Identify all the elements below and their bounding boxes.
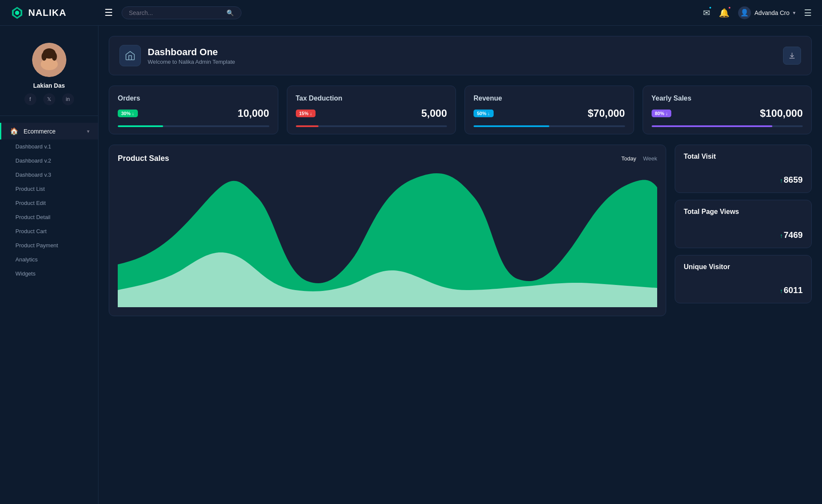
user-menu[interactable]: 👤 Advanda Cro ▾ bbox=[738, 6, 795, 19]
metric-card-2: Unique Visitor ↑6011 bbox=[675, 255, 812, 303]
chart-tabs: Today Week bbox=[621, 154, 657, 163]
metric-arrow: ↑ bbox=[780, 232, 783, 239]
user-profile: Lakian Das f 𝕏 in bbox=[0, 36, 98, 116]
layout: Lakian Das f 𝕏 in 🏠 Ecommerce ▾ Dashboar… bbox=[0, 26, 822, 504]
sidebar: Lakian Das f 𝕏 in 🏠 Ecommerce ▾ Dashboar… bbox=[0, 26, 98, 504]
sidebar-item-label: Ecommerce bbox=[24, 128, 87, 135]
chart-header: Product Sales Today Week bbox=[118, 154, 657, 163]
sidebar-sub-label: Product Edit bbox=[15, 200, 46, 206]
stat-value: $100,000 bbox=[760, 107, 803, 119]
stat-card-1: Tax Deduction 15% ↓ 5,000 bbox=[287, 86, 456, 134]
stat-card-row: 80% ↓ $100,000 bbox=[652, 107, 803, 119]
home-icon: 🏠 bbox=[10, 127, 18, 135]
linkedin-icon[interactable]: in bbox=[62, 93, 74, 105]
menu-lines-icon[interactable]: ☰ bbox=[804, 8, 812, 18]
metric-card-1: Total Page Views ↑7469 bbox=[675, 200, 812, 248]
stat-badge: 80% ↓ bbox=[652, 110, 672, 117]
search-input[interactable] bbox=[129, 9, 223, 16]
sidebar-item-product-payment[interactable]: Product Payment bbox=[0, 238, 98, 252]
mini-bars bbox=[684, 276, 697, 295]
avatar-circle bbox=[32, 43, 66, 77]
avatar: 👤 bbox=[738, 6, 751, 19]
stat-value: 10,000 bbox=[238, 107, 269, 119]
header-text: Dashboard One Welcome to Nalika Admin Te… bbox=[148, 47, 235, 65]
header-title: Dashboard One bbox=[148, 47, 235, 58]
download-button[interactable] bbox=[783, 47, 801, 65]
sidebar-item-dashboard-v3[interactable]: Dashboard v.3 bbox=[0, 168, 98, 182]
stat-card-0: Orders 30% ↓ 10,000 bbox=[109, 86, 278, 134]
nav-section: 🏠 Ecommerce ▾ Dashboard v.1 Dashboard v.… bbox=[0, 116, 98, 288]
metric-card-header: Total Visit bbox=[684, 153, 803, 160]
tab-week[interactable]: Week bbox=[643, 154, 657, 163]
sidebar-item-product-list[interactable]: Product List bbox=[0, 182, 98, 196]
user-name: Advanda Cro bbox=[754, 9, 789, 16]
sidebar-item-dashboard-v2[interactable]: Dashboard v.2 bbox=[0, 154, 98, 168]
chart-svg bbox=[118, 170, 657, 307]
chart-title: Product Sales bbox=[118, 154, 169, 163]
metric-arrow: ↑ bbox=[780, 177, 783, 184]
notification-badge bbox=[728, 6, 731, 9]
sidebar-item-product-cart[interactable]: Product Cart bbox=[0, 224, 98, 238]
nav-right: ✉ 🔔 👤 Advanda Cro ▾ ☰ bbox=[703, 6, 812, 19]
stat-card-3: Yearly Sales 80% ↓ $100,000 bbox=[643, 86, 812, 134]
mini-bars bbox=[684, 166, 697, 185]
chart-card: Product Sales Today Week bbox=[109, 145, 666, 316]
stat-bar-track bbox=[652, 125, 803, 127]
bottom-row: Product Sales Today Week bbox=[109, 145, 812, 316]
chevron-down-icon: ▾ bbox=[793, 10, 795, 16]
hamburger-button[interactable]: ☰ bbox=[104, 7, 113, 18]
stat-card-2: Revenue 50% ↓ $70,000 bbox=[465, 86, 634, 134]
sidebar-user-name: Lakian Das bbox=[9, 82, 89, 89]
sidebar-item-widgets[interactable]: Widgets bbox=[0, 267, 98, 281]
avatar-image bbox=[32, 43, 66, 77]
stat-bar-fill bbox=[474, 125, 549, 127]
stat-badge: 30% ↓ bbox=[118, 110, 138, 117]
chevron-icon: ▾ bbox=[87, 128, 89, 134]
sidebar-item-product-edit[interactable]: Product Edit bbox=[0, 196, 98, 210]
app-name: NALIKA bbox=[28, 7, 66, 18]
metric-value: ↑7469 bbox=[780, 230, 803, 240]
stat-card-title: Orders bbox=[118, 95, 269, 102]
notification-button[interactable]: 🔔 bbox=[719, 8, 730, 18]
search-bar[interactable]: 🔍 bbox=[122, 6, 241, 19]
sidebar-item-analytics[interactable]: Analytics bbox=[0, 252, 98, 267]
mail-button[interactable]: ✉ bbox=[703, 8, 710, 18]
tab-today[interactable]: Today bbox=[621, 154, 636, 163]
sidebar-sub-label: Dashboard v.3 bbox=[15, 172, 51, 178]
stat-card-row: 50% ↓ $70,000 bbox=[474, 107, 625, 119]
sidebar-item-ecommerce[interactable]: 🏠 Ecommerce ▾ bbox=[0, 123, 98, 139]
mail-badge bbox=[709, 6, 712, 9]
stat-card-title: Tax Deduction bbox=[296, 95, 447, 102]
stat-card-row: 30% ↓ 10,000 bbox=[118, 107, 269, 119]
stat-card-title: Yearly Sales bbox=[652, 95, 803, 102]
page-header-left: Dashboard One Welcome to Nalika Admin Te… bbox=[119, 45, 235, 66]
sidebar-sub-label: Product List bbox=[15, 186, 45, 192]
stat-card-title: Revenue bbox=[474, 95, 625, 102]
metric-card-header: Unique Visitor bbox=[684, 263, 803, 271]
stat-bar-track bbox=[296, 125, 447, 127]
sidebar-item-dashboard-v1[interactable]: Dashboard v.1 bbox=[0, 139, 98, 154]
stat-value: 5,000 bbox=[421, 107, 447, 119]
search-icon: 🔍 bbox=[226, 9, 234, 16]
sidebar-sub-label: Widgets bbox=[15, 270, 36, 277]
logo: NALIKA bbox=[10, 6, 104, 20]
chart-area bbox=[118, 170, 657, 307]
sidebar-item-product-detail[interactable]: Product Detail bbox=[0, 210, 98, 224]
metric-card-0: Total Visit ↑8659 bbox=[675, 145, 812, 193]
sidebar-sub-label: Product Detail bbox=[15, 214, 51, 220]
stat-badge: 15% ↓ bbox=[296, 110, 316, 117]
mini-bars bbox=[684, 221, 697, 240]
page-header: Dashboard One Welcome to Nalika Admin Te… bbox=[109, 36, 812, 75]
stat-card-row: 15% ↓ 5,000 bbox=[296, 107, 447, 119]
svg-point-2 bbox=[15, 11, 19, 15]
sidebar-sub-label: Product Cart bbox=[15, 228, 47, 234]
facebook-icon[interactable]: f bbox=[24, 93, 36, 105]
metric-card-header: Total Page Views bbox=[684, 208, 803, 216]
sidebar-sub-label: Dashboard v.1 bbox=[15, 143, 51, 150]
main-content: Dashboard One Welcome to Nalika Admin Te… bbox=[98, 26, 822, 504]
stat-bar-fill bbox=[118, 125, 163, 127]
metric-value: ↑8659 bbox=[780, 175, 803, 185]
stat-value: $70,000 bbox=[588, 107, 625, 119]
logo-icon bbox=[10, 6, 24, 20]
twitter-icon[interactable]: 𝕏 bbox=[43, 93, 55, 105]
